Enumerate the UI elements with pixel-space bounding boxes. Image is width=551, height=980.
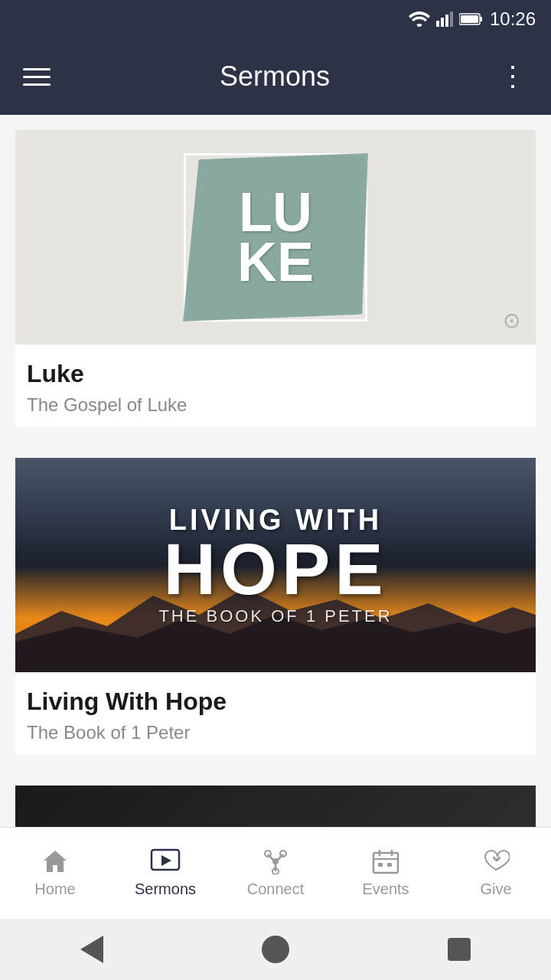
svg-rect-3 (450, 11, 453, 27)
battery-icon (459, 12, 484, 26)
luke-info: Luke The Gospel of Luke (15, 345, 536, 427)
nav-events[interactable]: Events (347, 848, 424, 898)
android-nav (0, 919, 551, 980)
android-recent-button[interactable] (440, 930, 478, 969)
more-menu-icon[interactable]: ⋮ (499, 63, 528, 90)
nav-connect[interactable]: Connect (237, 848, 314, 898)
svg-rect-16 (373, 853, 398, 873)
svg-rect-0 (436, 21, 439, 27)
nav-sermons-label: Sermons (135, 880, 196, 898)
svg-point-12 (265, 851, 271, 857)
home-circle-icon (262, 936, 289, 963)
hamburger-menu[interactable] (23, 68, 51, 86)
hope-thumbnail: LIVING WITH HOPE THE BOOK OF 1 PETER (15, 458, 536, 672)
cc-watermark: ⊙ (503, 308, 520, 333)
sermons-nav-icon (150, 848, 181, 874)
app-header: Sermons ⋮ (0, 38, 551, 115)
luke-brush-bg: LUKE (161, 142, 390, 333)
connect-icon (262, 848, 289, 874)
hope-title: Living With Hope (27, 688, 524, 716)
status-icons: 10:26 (409, 8, 536, 30)
svg-rect-2 (445, 15, 448, 27)
android-back-button[interactable] (73, 930, 111, 969)
events-icon (372, 848, 399, 874)
svg-rect-20 (378, 863, 383, 867)
recent-square-icon (448, 938, 471, 961)
bottom-nav: Home Sermons Connect Events (0, 827, 551, 919)
nav-sermons[interactable]: Sermons (127, 848, 204, 898)
nav-give[interactable]: Give (458, 848, 534, 898)
back-arrow-icon (80, 936, 103, 963)
svg-point-13 (280, 851, 286, 857)
hope-hope: HOPE (163, 537, 387, 603)
wifi-icon (409, 11, 430, 27)
luke-text: LUKE (237, 188, 314, 287)
header-title: Sermons (220, 60, 330, 93)
give-icon (482, 848, 510, 874)
luke-title: Luke (27, 360, 524, 388)
nav-events-label: Events (362, 880, 409, 898)
svg-marker-8 (161, 855, 171, 866)
status-bar: 10:26 (0, 0, 551, 38)
hope-text-overlay: LIVING WITH HOPE THE BOOK OF 1 PETER (15, 458, 536, 672)
svg-point-15 (272, 858, 279, 864)
home-icon (41, 848, 69, 874)
hope-1-peter: THE BOOK OF 1 PETER (158, 606, 392, 626)
svg-rect-21 (387, 863, 392, 867)
android-home-button[interactable] (256, 930, 295, 969)
signal-icon (436, 11, 453, 27)
svg-rect-5 (480, 17, 482, 21)
status-time: 10:26 (490, 8, 536, 30)
content-area: LUKE ⊙ Luke The Gospel of Luke LIVING WI… (0, 115, 551, 862)
nav-home[interactable]: Home (17, 848, 93, 898)
nav-home-label: Home (34, 880, 75, 898)
nav-give-label: Give (480, 880, 511, 898)
sermon-card-hope[interactable]: LIVING WITH HOPE THE BOOK OF 1 PETER Liv… (15, 458, 536, 755)
hope-subtitle: The Book of 1 Peter (27, 722, 524, 743)
svg-rect-1 (441, 18, 444, 27)
sermon-card-luke[interactable]: LUKE ⊙ Luke The Gospel of Luke (15, 130, 536, 427)
hope-info: Living With Hope The Book of 1 Peter (15, 672, 536, 755)
luke-subtitle: The Gospel of Luke (27, 394, 524, 416)
nav-connect-label: Connect (247, 880, 305, 898)
svg-rect-6 (461, 15, 478, 23)
luke-thumbnail: LUKE ⊙ (15, 130, 536, 345)
